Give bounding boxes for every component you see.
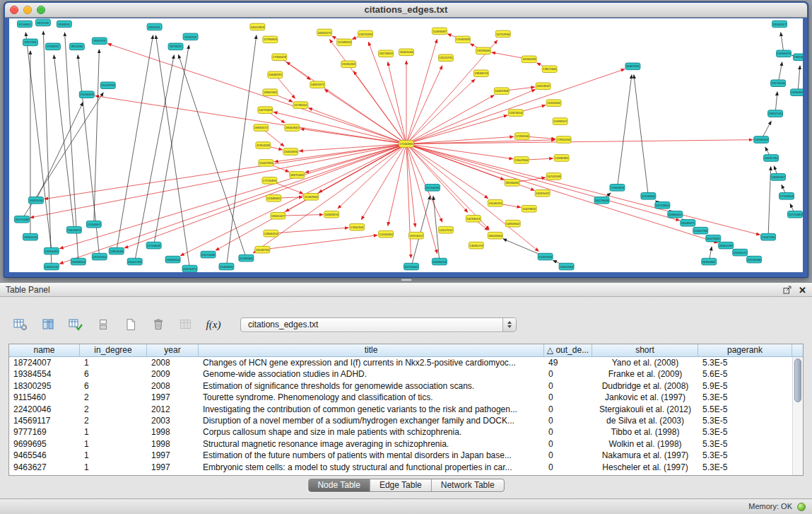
network-node[interactable]: 12096385	[554, 155, 569, 162]
network-node[interactable]: 15823054	[508, 110, 523, 117]
network-node[interactable]: 20841539	[719, 242, 734, 249]
network-node[interactable]: 24350861	[702, 258, 717, 265]
network-node[interactable]: 22158304	[641, 193, 656, 200]
column-header-2[interactable]: year	[147, 344, 199, 356]
column-header-4[interactable]: △ out_de...	[544, 344, 592, 356]
network-node[interactable]: 21354907	[86, 221, 101, 228]
network-node[interactable]: 10648291	[268, 71, 283, 78]
network-node[interactable]: 17284160	[514, 133, 529, 140]
column-header-5[interactable]: short	[592, 344, 698, 356]
network-node[interactable]: 9045378	[92, 37, 107, 45]
network-node[interactable]: 18902345	[263, 89, 278, 96]
network-node[interactable]: 23572048	[201, 251, 216, 258]
network-node[interactable]: 11736502	[293, 102, 308, 109]
network-node[interactable]: 12348065	[266, 195, 281, 202]
network-node[interactable]: 21730649	[146, 242, 161, 249]
network-node[interactable]: 18620943	[488, 232, 502, 239]
network-node[interactable]: 8730952	[45, 43, 60, 50]
network-node[interactable]: 21067294	[761, 233, 776, 240]
network-node[interactable]: 19274058	[771, 80, 786, 87]
delete-column-button[interactable]	[148, 316, 169, 333]
network-node[interactable]: 20386452	[668, 211, 683, 218]
network-node[interactable]: 16830572	[254, 124, 269, 132]
column-header-3[interactable]: title	[199, 344, 544, 356]
network-node[interactable]: 15093476	[777, 50, 792, 57]
network-node[interactable]: 17240391	[399, 141, 414, 148]
network-node[interactable]: 17602341	[350, 223, 365, 230]
network-node[interactable]: 12270483	[788, 211, 803, 218]
network-node[interactable]: 17991853	[610, 185, 625, 192]
network-node[interactable]: 13927460	[542, 66, 557, 73]
network-node[interactable]: 25189362	[239, 255, 254, 262]
network-node[interactable]: 9812436	[69, 43, 84, 50]
table-row[interactable]: 946362711997Embryonic stem cells: a mode…	[9, 462, 792, 473]
column-header-1[interactable]: in_degree	[80, 344, 147, 356]
network-node[interactable]: 22854036	[109, 247, 124, 255]
network-node[interactable]: 18536082	[505, 180, 519, 187]
network-node[interactable]: 25610874	[66, 226, 81, 233]
network-node[interactable]: 16852140	[768, 110, 783, 117]
network-node[interactable]: 11954208	[256, 142, 271, 149]
network-node[interactable]: 19285037	[535, 190, 550, 197]
tab-edge-table[interactable]: Edge Table	[370, 479, 431, 491]
network-node[interactable]: 19062841	[285, 124, 300, 132]
network-node[interactable]: 12520731	[438, 54, 453, 62]
network-node[interactable]: 20568314	[71, 258, 86, 265]
network-node[interactable]: 14958302	[505, 220, 520, 227]
network-node[interactable]: 9154063	[17, 21, 32, 28]
network-node[interactable]: 12205834	[379, 230, 394, 238]
network-node[interactable]: 8872145	[35, 19, 50, 26]
network-node[interactable]: 24096153	[432, 258, 447, 265]
network-node[interactable]: 18203947	[536, 83, 551, 90]
network-node[interactable]: 13085274	[469, 242, 483, 249]
network-node[interactable]: 19374012	[408, 232, 423, 239]
network-node[interactable]: 8659201	[147, 23, 162, 30]
window-titlebar[interactable]: citations_edges.txt	[5, 3, 807, 18]
network-node[interactable]: 22530946	[747, 256, 762, 263]
network-node[interactable]: 16149730	[255, 246, 270, 253]
network-node[interactable]: 16461044	[399, 49, 414, 56]
network-node[interactable]: 9538201	[57, 21, 71, 28]
table-row[interactable]: 1872400712008Changes of HCN gene express…	[9, 357, 792, 368]
close-panel-icon[interactable]: ✕	[799, 285, 806, 296]
table-row[interactable]: 977716911998Corpus callosum shape and si…	[9, 426, 792, 438]
network-node[interactable]: 14107552	[438, 226, 453, 233]
network-node[interactable]: 15958203	[754, 136, 769, 144]
network-node[interactable]: 22406931	[219, 263, 234, 270]
network-node[interactable]: 24713850	[655, 201, 670, 209]
network-node[interactable]: 18632075	[317, 29, 332, 36]
table-row[interactable]: 1938455462009Genome-wide association stu…	[9, 368, 792, 380]
network-node[interactable]: 13049181	[488, 199, 502, 206]
table-row[interactable]: 1830029562008Estimation of significance …	[9, 380, 792, 392]
network-node[interactable]: 25206059	[79, 91, 94, 98]
network-node[interactable]: 19834574	[473, 70, 488, 77]
network-node[interactable]: 18274659	[379, 50, 394, 57]
vertical-scrollbar-thumb[interactable]	[794, 358, 801, 402]
tab-node-table[interactable]: Node Table	[308, 479, 370, 491]
function-builder-button[interactable]: f(x)	[203, 316, 224, 333]
column-header-0[interactable]: name	[9, 344, 80, 356]
network-node[interactable]: 12493087	[432, 28, 447, 35]
network-node[interactable]: 13806254	[264, 230, 278, 237]
network-node[interactable]: 16487941	[625, 63, 640, 70]
network-node[interactable]: 11607834	[514, 157, 529, 164]
network-node[interactable]: 17703954	[779, 193, 794, 200]
column-header-6[interactable]: pagerank	[698, 344, 792, 356]
network-node[interactable]: 20731842	[404, 263, 419, 270]
network-node[interactable]: 9378025	[168, 43, 183, 50]
network-node[interactable]: 11630582	[546, 100, 561, 107]
network-node[interactable]: 12784903	[263, 36, 278, 43]
minimize-window-button[interactable]	[23, 6, 32, 14]
table-row[interactable]: 911546021997Tourette syndrome. Phenomeno…	[9, 392, 792, 403]
tab-network-table[interactable]: Network Table	[431, 479, 504, 491]
delete-table-button[interactable]	[175, 316, 196, 333]
network-node[interactable]: 25041783	[127, 258, 142, 265]
network-node[interactable]: 9703158	[183, 33, 198, 40]
network-node[interactable]: 16293013	[466, 215, 481, 222]
zoom-window-button[interactable]	[37, 6, 45, 14]
vertical-scrollbar[interactable]	[792, 357, 803, 475]
network-node[interactable]: 23649071	[681, 219, 695, 226]
network-node[interactable]: 23920584	[559, 263, 574, 270]
network-node[interactable]: 24905132	[44, 263, 59, 270]
network-table-select[interactable]: citations_edges.txt	[240, 317, 517, 332]
